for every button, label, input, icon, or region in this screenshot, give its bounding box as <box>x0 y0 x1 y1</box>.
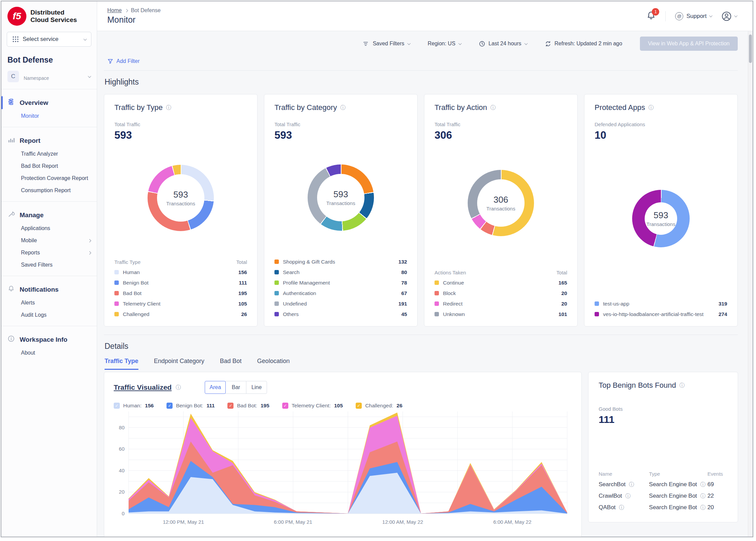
mode-button-line[interactable]: Line <box>246 381 267 394</box>
info-icon[interactable]: ⓘ <box>701 481 706 488</box>
card-title-row: Traffic by Actionⓘ <box>435 103 567 112</box>
series-checkbox-bad-bot[interactable]: ✓Bad Bot: 195 <box>227 403 269 409</box>
info-icon[interactable]: ⓘ <box>166 104 172 111</box>
info-icon[interactable]: ⓘ <box>629 481 634 488</box>
legend-label: Continue <box>443 280 464 286</box>
sidebar-item-monitor[interactable]: Monitor <box>1 110 97 122</box>
sidebar-item-applications[interactable]: Applications <box>1 222 97 234</box>
sidebar-item-reports[interactable]: Reports <box>1 247 97 259</box>
checkbox-label: Bad Bot: <box>237 403 257 409</box>
sidebar-heading-report[interactable]: Report <box>1 133 97 148</box>
legend-swatch <box>435 280 439 285</box>
breadcrumb-home-link[interactable]: Home <box>107 7 122 14</box>
sidebar-item-alerts[interactable]: Alerts <box>1 297 97 309</box>
sidebar-heading-notifications[interactable]: Notifications <box>1 282 97 297</box>
info-icon[interactable]: ⓘ <box>340 104 346 111</box>
metric-label: Defended Applications <box>595 121 727 127</box>
top-bar: Home Bot Defense Monitor 1 @ Suppo <box>97 1 753 31</box>
legend-value: 101 <box>558 311 567 317</box>
account-menu[interactable] <box>721 11 737 21</box>
donut-chart[interactable]: 306Transactions <box>468 170 534 236</box>
sidebar-heading-workspace-info[interactable]: Workspace Info <box>1 332 97 347</box>
legend-value: 156 <box>238 269 247 275</box>
tab-bad-bot[interactable]: Bad Bot <box>220 358 242 370</box>
sidebar-heading-label: Manage <box>20 211 44 219</box>
sidebar-item-traffic-analyzer[interactable]: Traffic Analyzer <box>1 148 97 160</box>
series-checkbox-benign-bot[interactable]: ✓Benign Bot: 111 <box>166 403 215 409</box>
donut-chart[interactable]: 593Transactions <box>632 190 690 247</box>
checkbox-label: Human: <box>123 403 141 409</box>
sidebar-item-about[interactable]: About <box>1 347 97 359</box>
donut-chart[interactable]: 593Transactions <box>308 164 374 231</box>
info-icon[interactable]: ⓘ <box>490 104 496 111</box>
legend-swatch <box>435 312 439 316</box>
bots-table-row: QABotⓘSearch Engine Botⓘ20 <box>599 502 728 513</box>
sidebar-item-protection-coverage-report[interactable]: Protection Coverage Report <box>1 172 97 184</box>
add-filter-button[interactable]: Add Filter <box>107 58 738 64</box>
legend-row: Undefined191 <box>274 298 407 309</box>
legend-swatch <box>274 301 279 306</box>
info-icon[interactable]: ⓘ <box>625 493 631 500</box>
tab-geolocation[interactable]: Geolocation <box>257 358 290 370</box>
bot-type: Search Engine Botⓘ <box>649 493 708 500</box>
sidebar-item-bad-bot-report[interactable]: Bad Bot Report <box>1 160 97 172</box>
tab-traffic-type[interactable]: Traffic Type <box>105 358 138 370</box>
checkbox-count: 111 <box>206 403 215 409</box>
legend-label: Shopping & Gift Cards <box>283 259 335 265</box>
legend-label: Block <box>443 290 456 296</box>
mode-button-bar[interactable]: Bar <box>225 381 246 394</box>
info-icon[interactable]: ⓘ <box>619 504 624 511</box>
card-title: Traffic by Action <box>435 103 487 112</box>
notifications-button[interactable]: 1 <box>646 11 656 22</box>
legend-value: 191 <box>398 301 407 307</box>
region-dropdown[interactable]: Region: US <box>428 41 461 47</box>
legend-label: Authentication <box>283 290 316 296</box>
view-waap-button[interactable]: View in Web App & API Protection <box>640 37 738 51</box>
scrollbar-thumb[interactable] <box>749 35 752 63</box>
info-icon[interactable]: ⓘ <box>176 384 181 391</box>
legend-swatch <box>274 270 279 274</box>
sidebar-heading-manage[interactable]: Manage <box>1 208 97 222</box>
traffic-visualized-title[interactable]: Traffic Visualized <box>114 383 172 391</box>
refresh-button[interactable]: Refresh: Updated 2 min ago <box>545 41 622 47</box>
sidebar-heading-overview[interactable]: Overview <box>1 95 97 110</box>
checkbox-icon: ✓ <box>114 403 120 409</box>
select-service-dropdown[interactable]: Select service <box>7 32 91 47</box>
sidebar-item-consumption-report[interactable]: Consumption Report <box>1 184 97 197</box>
chevron-down-icon <box>458 42 462 45</box>
legend-value: 165 <box>558 280 567 286</box>
donut-chart[interactable]: 593Transactions <box>148 165 214 231</box>
info-icon[interactable]: ⓘ <box>701 493 706 500</box>
mode-button-area[interactable]: Area <box>205 381 226 394</box>
info-icon[interactable]: ⓘ <box>701 504 706 511</box>
info-icon[interactable]: ⓘ <box>648 104 654 111</box>
info-icon[interactable]: ⓘ <box>680 382 685 389</box>
svg-text:20: 20 <box>119 489 125 495</box>
namespace-selector[interactable]: C Namespace <box>1 68 97 89</box>
page-title: Monitor <box>107 15 161 25</box>
card-title: Protected Apps <box>595 103 645 112</box>
saved-filters-dropdown[interactable]: Saved Filters <box>363 41 410 47</box>
sidebar-item-saved-filters[interactable]: Saved Filters <box>1 259 97 271</box>
series-checkbox-challenged[interactable]: ✓Challenged: 26 <box>356 403 402 409</box>
tab-endpoint-category[interactable]: Endpoint Category <box>154 358 204 370</box>
series-checkbox-telemetry-client[interactable]: ✓Telemetry Client: 105 <box>282 403 343 409</box>
card-protected-apps: Protected AppsⓘDefended Applications1059… <box>584 94 738 326</box>
support-menu[interactable]: @ Support <box>675 12 712 20</box>
sidebar-item-mobile[interactable]: Mobile <box>1 234 97 247</box>
legend-row: Unknown101 <box>435 309 567 319</box>
sidebar-item-audit-logs[interactable]: Audit Logs <box>1 309 97 321</box>
scrollbar <box>748 31 753 537</box>
legend-value: 132 <box>398 259 407 265</box>
chevron-down-icon <box>84 37 87 41</box>
legend-header: Actions TakenTotal <box>435 267 567 277</box>
bot-type-text: Search Engine Bot <box>649 493 697 499</box>
brand-line1: Distributed <box>30 9 77 16</box>
legend-swatch <box>274 260 279 264</box>
time-range-dropdown[interactable]: Last 24 hours <box>479 41 527 47</box>
legend-label: Search <box>283 269 299 275</box>
legend-label: Unknown <box>443 311 465 317</box>
series-checkbox-human[interactable]: ✓Human: 156 <box>114 403 154 409</box>
metric-label: Total Traffic <box>274 121 407 127</box>
bots-table-row: CrawlBotⓘSearch Engine Botⓘ22 <box>599 490 728 502</box>
